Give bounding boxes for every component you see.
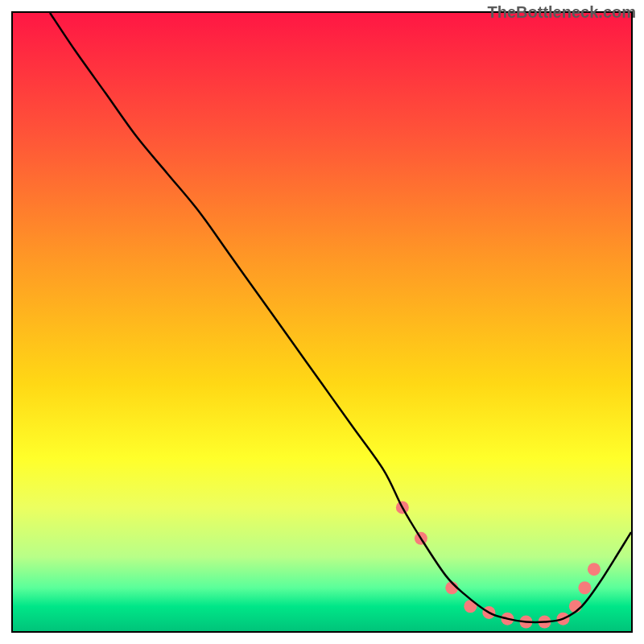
bottleneck-curve-line (50, 13, 631, 622)
chart-curve-layer (13, 13, 631, 631)
chart-plot-area (11, 11, 633, 633)
chart-marker-dot (578, 581, 591, 594)
chart-marker-dot (588, 563, 601, 576)
watermark-text: TheBottleneck.com (488, 3, 636, 22)
chart-markers (396, 501, 601, 628)
